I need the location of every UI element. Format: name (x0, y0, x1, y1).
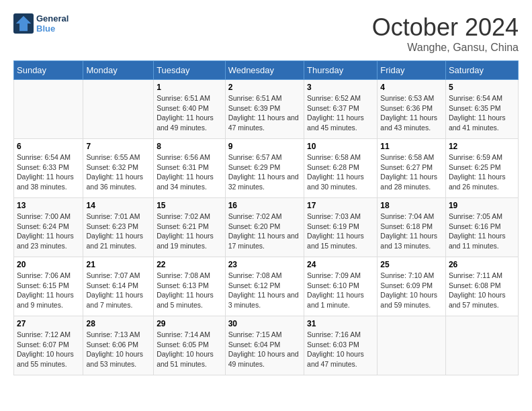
calendar-cell (83, 80, 154, 139)
day-info: Sunrise: 7:15 AMSunset: 6:04 PMDaylight:… (228, 330, 301, 369)
calendar-header-saturday: Saturday (445, 61, 518, 80)
calendar-cell: 1Sunrise: 6:51 AMSunset: 6:40 PMDaylight… (154, 80, 226, 139)
day-info: Sunrise: 7:01 AMSunset: 6:23 PMDaylight:… (86, 212, 150, 251)
logo: General Blue (13, 13, 69, 34)
calendar-cell: 19Sunrise: 7:05 AMSunset: 6:16 PMDayligh… (445, 198, 518, 257)
day-info: Sunrise: 7:16 AMSunset: 6:03 PMDaylight:… (307, 330, 374, 369)
logo-blue: Blue (36, 24, 69, 34)
day-info: Sunrise: 6:51 AMSunset: 6:39 PMDaylight:… (228, 93, 301, 133)
day-info: Sunrise: 7:02 AMSunset: 6:21 PMDaylight:… (157, 212, 222, 251)
day-number: 7 (86, 142, 150, 151)
calendar-cell: 6Sunrise: 6:54 AMSunset: 6:33 PMDaylight… (14, 139, 83, 198)
calendar-cell: 14Sunrise: 7:01 AMSunset: 6:23 PMDayligh… (83, 198, 154, 257)
day-number: 12 (449, 142, 515, 151)
calendar-cell: 4Sunrise: 6:53 AMSunset: 6:36 PMDaylight… (378, 80, 446, 139)
day-info: Sunrise: 7:00 AMSunset: 6:24 PMDaylight:… (17, 212, 80, 251)
calendar-cell: 30Sunrise: 7:15 AMSunset: 6:04 PMDayligh… (225, 316, 304, 375)
day-info: Sunrise: 6:52 AMSunset: 6:37 PMDaylight:… (307, 93, 374, 133)
day-info: Sunrise: 7:04 AMSunset: 6:18 PMDaylight:… (380, 212, 443, 251)
calendar-cell (445, 316, 518, 375)
day-info: Sunrise: 6:59 AMSunset: 6:25 PMDaylight:… (449, 152, 515, 192)
calendar-week-row: 20Sunrise: 7:06 AMSunset: 6:15 PMDayligh… (14, 257, 519, 316)
day-number: 28 (86, 319, 150, 328)
day-info: Sunrise: 7:08 AMSunset: 6:13 PMDaylight:… (157, 271, 222, 310)
day-number: 20 (17, 260, 80, 269)
day-info: Sunrise: 7:08 AMSunset: 6:12 PMDaylight:… (228, 271, 301, 310)
page-header: General Blue October 2024 Wanghe, Gansu,… (13, 13, 519, 54)
day-number: 13 (17, 201, 80, 210)
calendar-header-thursday: Thursday (304, 61, 378, 80)
day-info: Sunrise: 6:54 AMSunset: 6:33 PMDaylight:… (17, 152, 80, 192)
day-number: 10 (307, 142, 374, 151)
month-title: October 2024 (372, 13, 519, 42)
calendar-week-row: 13Sunrise: 7:00 AMSunset: 6:24 PMDayligh… (14, 198, 519, 257)
calendar-cell: 7Sunrise: 6:55 AMSunset: 6:32 PMDaylight… (83, 139, 154, 198)
calendar-cell: 25Sunrise: 7:10 AMSunset: 6:09 PMDayligh… (378, 257, 446, 316)
day-number: 2 (228, 83, 301, 92)
calendar-week-row: 27Sunrise: 7:12 AMSunset: 6:07 PMDayligh… (14, 316, 519, 375)
calendar-header-monday: Monday (83, 61, 154, 80)
calendar-cell: 21Sunrise: 7:07 AMSunset: 6:14 PMDayligh… (83, 257, 154, 316)
day-number: 31 (307, 319, 374, 328)
day-number: 18 (380, 201, 443, 210)
day-info: Sunrise: 6:54 AMSunset: 6:35 PMDaylight:… (449, 93, 515, 133)
calendar-week-row: 1Sunrise: 6:51 AMSunset: 6:40 PMDaylight… (14, 80, 519, 139)
day-info: Sunrise: 7:09 AMSunset: 6:10 PMDaylight:… (307, 271, 374, 310)
day-info: Sunrise: 6:53 AMSunset: 6:36 PMDaylight:… (380, 93, 443, 133)
day-number: 1 (157, 83, 222, 92)
day-number: 9 (228, 142, 301, 151)
day-info: Sunrise: 7:14 AMSunset: 6:05 PMDaylight:… (157, 330, 222, 369)
day-number: 15 (157, 201, 222, 210)
day-number: 23 (228, 260, 301, 269)
calendar-cell: 28Sunrise: 7:13 AMSunset: 6:06 PMDayligh… (83, 316, 154, 375)
day-info: Sunrise: 6:51 AMSunset: 6:40 PMDaylight:… (157, 93, 222, 133)
logo-general: General (36, 13, 69, 24)
day-number: 24 (307, 260, 374, 269)
calendar-cell: 13Sunrise: 7:00 AMSunset: 6:24 PMDayligh… (14, 198, 83, 257)
day-number: 27 (17, 319, 80, 328)
calendar-header-row: SundayMondayTuesdayWednesdayThursdayFrid… (14, 61, 519, 80)
calendar-cell: 9Sunrise: 6:57 AMSunset: 6:29 PMDaylight… (225, 139, 304, 198)
calendar-table: SundayMondayTuesdayWednesdayThursdayFrid… (13, 60, 519, 375)
day-number: 25 (380, 260, 443, 269)
calendar-cell: 26Sunrise: 7:11 AMSunset: 6:08 PMDayligh… (445, 257, 518, 316)
calendar-cell: 2Sunrise: 6:51 AMSunset: 6:39 PMDaylight… (225, 80, 304, 139)
logo-icon (13, 13, 34, 34)
calendar-cell (378, 316, 446, 375)
day-number: 14 (86, 201, 150, 210)
day-info: Sunrise: 7:11 AMSunset: 6:08 PMDaylight:… (449, 271, 515, 310)
day-info: Sunrise: 7:06 AMSunset: 6:15 PMDaylight:… (17, 271, 80, 310)
calendar-cell: 3Sunrise: 6:52 AMSunset: 6:37 PMDaylight… (304, 80, 378, 139)
day-info: Sunrise: 7:12 AMSunset: 6:07 PMDaylight:… (17, 330, 80, 369)
calendar-cell: 16Sunrise: 7:02 AMSunset: 6:20 PMDayligh… (225, 198, 304, 257)
calendar-cell: 18Sunrise: 7:04 AMSunset: 6:18 PMDayligh… (378, 198, 446, 257)
day-info: Sunrise: 6:58 AMSunset: 6:28 PMDaylight:… (307, 152, 374, 192)
day-number: 16 (228, 201, 301, 210)
calendar-header-friday: Friday (378, 61, 446, 80)
calendar-header-sunday: Sunday (14, 61, 83, 80)
calendar-cell: 29Sunrise: 7:14 AMSunset: 6:05 PMDayligh… (154, 316, 226, 375)
calendar-cell: 23Sunrise: 7:08 AMSunset: 6:12 PMDayligh… (225, 257, 304, 316)
calendar-cell: 8Sunrise: 6:56 AMSunset: 6:31 PMDaylight… (154, 139, 226, 198)
day-info: Sunrise: 7:03 AMSunset: 6:19 PMDaylight:… (307, 212, 374, 251)
calendar-header-tuesday: Tuesday (154, 61, 226, 80)
calendar-cell: 20Sunrise: 7:06 AMSunset: 6:15 PMDayligh… (14, 257, 83, 316)
day-number: 26 (449, 260, 515, 269)
location: Wanghe, Gansu, China (372, 42, 519, 54)
day-info: Sunrise: 7:02 AMSunset: 6:20 PMDaylight:… (228, 212, 301, 251)
day-number: 17 (307, 201, 374, 210)
day-info: Sunrise: 6:55 AMSunset: 6:32 PMDaylight:… (86, 152, 150, 192)
title-block: October 2024 Wanghe, Gansu, China (372, 13, 519, 54)
calendar-cell (14, 80, 83, 139)
calendar-cell: 15Sunrise: 7:02 AMSunset: 6:21 PMDayligh… (154, 198, 226, 257)
day-number: 5 (449, 83, 515, 92)
day-number: 4 (380, 83, 443, 92)
calendar-cell: 27Sunrise: 7:12 AMSunset: 6:07 PMDayligh… (14, 316, 83, 375)
calendar-cell: 11Sunrise: 6:58 AMSunset: 6:27 PMDayligh… (378, 139, 446, 198)
day-number: 11 (380, 142, 443, 151)
calendar-cell: 17Sunrise: 7:03 AMSunset: 6:19 PMDayligh… (304, 198, 378, 257)
day-info: Sunrise: 6:57 AMSunset: 6:29 PMDaylight:… (228, 152, 301, 192)
calendar-cell: 10Sunrise: 6:58 AMSunset: 6:28 PMDayligh… (304, 139, 378, 198)
day-number: 3 (307, 83, 374, 92)
day-info: Sunrise: 7:07 AMSunset: 6:14 PMDaylight:… (86, 271, 150, 310)
